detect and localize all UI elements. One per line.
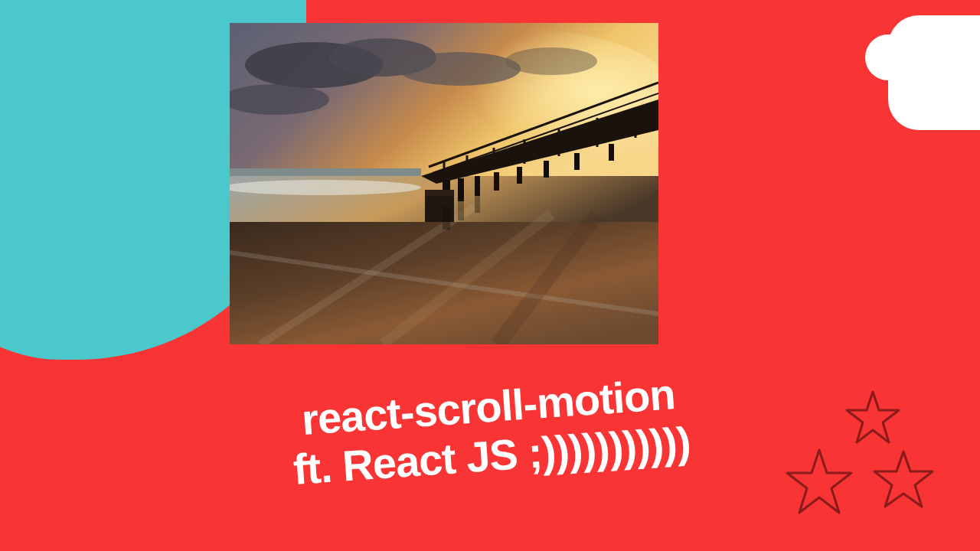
sunset-pier-photo xyxy=(230,23,658,344)
svg-rect-24 xyxy=(517,167,522,184)
svg-rect-25 xyxy=(544,161,549,178)
svg-rect-26 xyxy=(574,153,580,170)
svg-point-4 xyxy=(398,52,521,86)
svg-rect-21 xyxy=(458,178,464,201)
svg-rect-27 xyxy=(609,144,614,161)
svg-rect-31 xyxy=(458,201,464,220)
svg-point-6 xyxy=(505,47,597,75)
svg-point-33 xyxy=(230,180,421,195)
white-cloud-shape xyxy=(888,15,980,130)
svg-rect-30 xyxy=(443,207,450,230)
svg-rect-22 xyxy=(475,176,480,196)
title-block: react-scroll-motion ft. React JS ;))))))… xyxy=(288,369,691,495)
svg-rect-32 xyxy=(475,196,480,213)
hand-drawn-stars-icon xyxy=(781,383,949,520)
svg-rect-23 xyxy=(494,172,499,191)
svg-rect-29 xyxy=(426,190,453,196)
